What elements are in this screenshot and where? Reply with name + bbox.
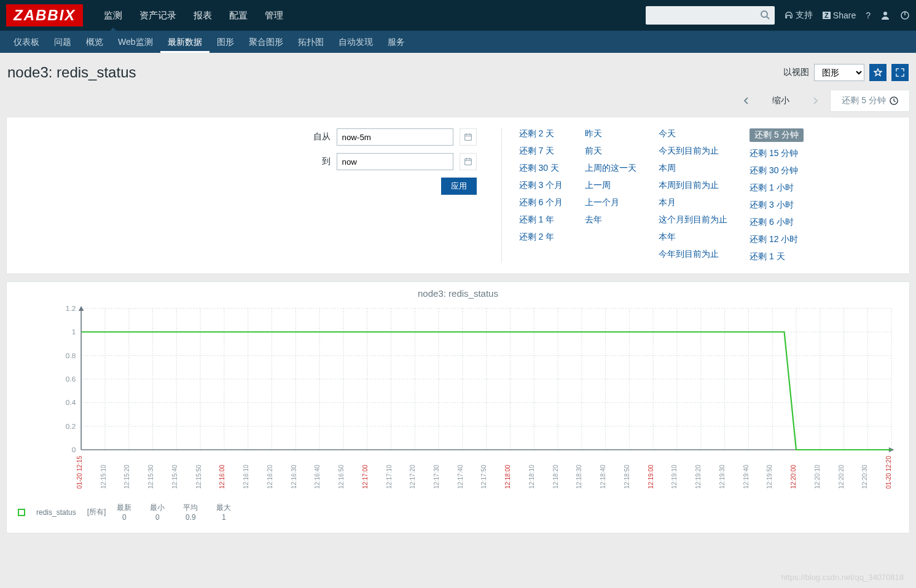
view-as-select[interactable]: 图形 — [814, 64, 864, 81]
x-tick-label: 12:16:10 — [243, 456, 249, 488]
nav-monitoring[interactable]: 监测 — [95, 0, 131, 31]
search-wrap — [646, 6, 775, 25]
svg-rect-6 — [464, 135, 471, 141]
x-tick-label: 12:20:30 — [861, 456, 868, 488]
preset-link[interactable]: 上一个月 — [585, 197, 636, 208]
power-icon[interactable] — [900, 10, 910, 20]
help-icon[interactable]: ? — [866, 10, 871, 20]
subnav-graphs[interactable]: 图形 — [209, 31, 241, 53]
subnav-screens[interactable]: 聚合图形 — [241, 31, 291, 53]
chevron-right-icon — [812, 97, 819, 104]
top-bar: ZABBIX 监测 资产记录 报表 配置 管理 支持 Z Share ? — [0, 0, 916, 31]
x-axis-ticks: 01-20 12:1512:15:1012:15:2012:15:3012:15… — [76, 456, 892, 488]
preset-link[interactable]: 还剩 30 分钟 — [750, 165, 804, 176]
to-input[interactable] — [337, 153, 453, 170]
filter-presets: 还剩 2 天还剩 7 天还剩 30 天还剩 3 个月还剩 6 个月还剩 1 年还… — [502, 128, 894, 262]
to-calendar-button[interactable] — [460, 153, 477, 170]
x-tick-label: 12:17:30 — [433, 456, 440, 488]
time-range-display[interactable]: 还剩 5 分钟 — [830, 90, 910, 112]
page-header-right: 以视图 图形 — [783, 64, 909, 81]
preset-link[interactable]: 还剩 3 个月 — [519, 180, 563, 191]
subnav-discovery[interactable]: 自动发现 — [331, 31, 380, 53]
svg-text:0.4: 0.4 — [66, 399, 76, 406]
zoom-out-button[interactable]: 缩小 — [761, 90, 801, 111]
preset-link[interactable]: 还剩 15 分钟 — [750, 148, 804, 159]
stat-header: 最新 — [117, 503, 131, 513]
user-icon[interactable] — [880, 10, 890, 20]
preset-link[interactable]: 本周 — [659, 163, 727, 174]
stat-header: 平均 — [183, 503, 198, 513]
preset-link[interactable]: 今天 — [659, 128, 727, 139]
subnav-dashboard[interactable]: 仪表板 — [6, 31, 47, 53]
from-input[interactable] — [337, 128, 453, 146]
nav-inventory[interactable]: 资产记录 — [131, 0, 185, 31]
subnav-problems[interactable]: 问题 — [47, 31, 79, 53]
from-calendar-button[interactable] — [460, 128, 477, 146]
preset-link[interactable]: 本年 — [659, 232, 727, 243]
star-icon — [874, 68, 882, 77]
calendar-icon — [464, 157, 472, 166]
preset-link[interactable]: 还剩 2 天 — [519, 128, 563, 139]
subnav-overview[interactable]: 概览 — [79, 31, 111, 53]
support-link[interactable]: 支持 — [785, 10, 813, 21]
x-tick-label: 12:16:50 — [338, 456, 345, 488]
x-tick-label: 01-20 12:15 — [76, 456, 83, 488]
x-tick-label: 01-20 12:20 — [885, 456, 892, 488]
preset-link[interactable]: 今天到目前为止 — [659, 146, 727, 157]
chart-title: node3: redis_status — [18, 288, 898, 299]
x-tick-label: 12:18:50 — [624, 456, 630, 488]
preset-link[interactable]: 还剩 5 分钟 — [750, 128, 804, 142]
preset-link[interactable]: 还剩 6 小时 — [750, 217, 804, 228]
preset-link[interactable]: 去年 — [585, 214, 636, 225]
preset-link[interactable]: 还剩 1 天 — [750, 251, 804, 262]
subnav-maps[interactable]: 拓扑图 — [291, 31, 331, 53]
preset-link[interactable]: 这个月到目前为止 — [659, 214, 727, 225]
x-tick-label: 12:17:20 — [409, 456, 416, 488]
preset-link[interactable]: 前天 — [585, 146, 636, 157]
preset-link[interactable]: 还剩 6 个月 — [519, 197, 563, 208]
calendar-icon — [464, 133, 472, 141]
nav-config[interactable]: 配置 — [221, 0, 256, 31]
x-tick-label: 12:19:30 — [719, 456, 726, 488]
preset-link[interactable]: 本月 — [659, 197, 727, 208]
preset-link[interactable]: 今年到目前为止 — [659, 249, 727, 260]
fullscreen-button[interactable] — [891, 64, 909, 81]
preset-link[interactable]: 还剩 1 年 — [519, 214, 563, 225]
search-input[interactable] — [646, 6, 775, 25]
preset-link[interactable]: 本周到目前为止 — [659, 180, 727, 191]
x-tick-label: 12:16:20 — [267, 456, 273, 488]
page-title: node3: redis_status — [7, 64, 136, 81]
time-prev-button[interactable] — [732, 92, 761, 109]
preset-link[interactable]: 昨天 — [585, 128, 636, 139]
preset-link[interactable]: 还剩 12 小时 — [750, 234, 804, 245]
headset-icon — [785, 11, 793, 20]
x-tick-label: 12:20:00 — [790, 456, 797, 488]
stat-header: 最小 — [150, 503, 165, 513]
preset-link[interactable]: 还剩 30 天 — [519, 163, 563, 174]
time-next-button[interactable] — [801, 92, 830, 109]
preset-link[interactable]: 还剩 3 小时 — [750, 200, 804, 211]
subnav-web[interactable]: Web监测 — [111, 31, 160, 53]
x-tick-label: 12:18:30 — [576, 456, 582, 488]
subnav-services[interactable]: 服务 — [380, 31, 412, 53]
preset-link[interactable]: 上周的这一天 — [585, 163, 636, 174]
preset-link[interactable]: 还剩 2 年 — [519, 232, 563, 243]
share-link[interactable]: Z Share — [823, 10, 856, 20]
nav-reports[interactable]: 报表 — [185, 0, 221, 31]
page-header: node3: redis_status 以视图 图形 — [0, 53, 916, 90]
x-tick-label: 12:17:10 — [386, 456, 393, 488]
x-tick-label: 12:16:00 — [219, 456, 225, 488]
preset-link[interactable]: 还剩 7 天 — [519, 146, 563, 157]
clock-icon — [890, 96, 898, 105]
x-tick-label: 12:15:20 — [123, 456, 130, 488]
apply-button[interactable]: 应用 — [441, 178, 477, 195]
search-icon[interactable] — [760, 10, 770, 22]
preset-link[interactable]: 还剩 1 小时 — [750, 182, 804, 194]
favorite-button[interactable] — [869, 64, 887, 81]
logo[interactable]: ZABBIX — [6, 4, 83, 26]
stat-value: 0 — [150, 513, 165, 522]
preset-link[interactable]: 上一周 — [585, 180, 636, 191]
nav-admin[interactable]: 管理 — [256, 0, 292, 31]
subnav-latest-data[interactable]: 最新数据 — [160, 31, 209, 53]
svg-text:0: 0 — [72, 446, 76, 453]
